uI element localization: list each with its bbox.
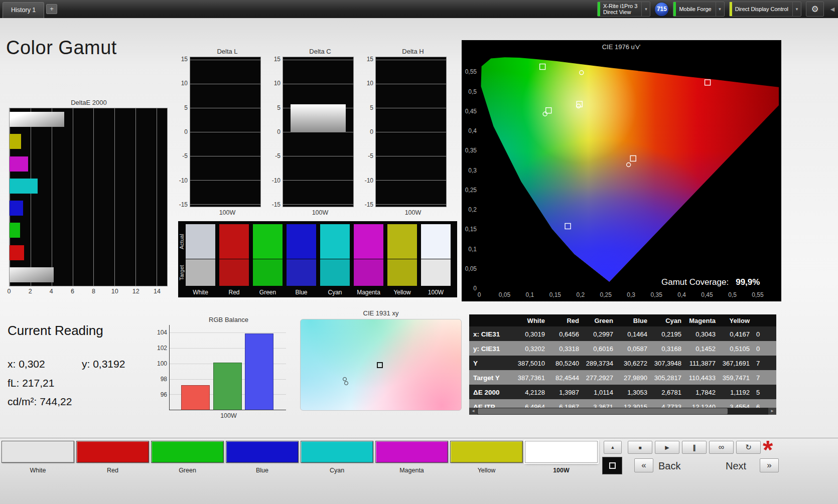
chevron-down-icon[interactable]: ▾ bbox=[716, 2, 724, 16]
meter-selector[interactable]: X-Rite i1Pro 3 Direct View ▾ bbox=[597, 2, 650, 17]
grid-line bbox=[376, 108, 446, 108]
swatch-actual-100w bbox=[421, 224, 451, 259]
swatch-label: Green bbox=[253, 289, 283, 296]
cell-value: 27,9890 bbox=[617, 370, 651, 385]
swatch-actual-red bbox=[219, 224, 249, 259]
actual-target-swatch-panel: Actual Target WhiteRedGreenBlueCyanMagen… bbox=[178, 221, 457, 297]
meter-label: X-Rite i1Pro 3 Direct View bbox=[603, 3, 641, 16]
collapse-panel-button[interactable]: ◀ bbox=[828, 6, 836, 13]
stop-button[interactable]: ■ bbox=[628, 441, 652, 454]
expand-up-button[interactable]: ▲ bbox=[604, 441, 622, 454]
cell-value: 305,2817 bbox=[651, 370, 685, 385]
x-tick-label: 0,45 bbox=[701, 291, 713, 298]
cell-value: 30,6272 bbox=[617, 356, 651, 370]
grid-line bbox=[73, 108, 73, 286]
patch-green[interactable]: Green bbox=[151, 441, 224, 474]
cell-value: 387,5010 bbox=[514, 356, 548, 370]
reading-fl: fL: 217,21 bbox=[8, 377, 54, 389]
source-selector[interactable]: Mobile Forge ▾ bbox=[673, 2, 724, 17]
cell-value: 3,4554 bbox=[719, 399, 753, 408]
next-button[interactable]: Next bbox=[726, 460, 746, 472]
column-header-partial bbox=[753, 314, 776, 326]
grid-line bbox=[376, 180, 446, 181]
swatch-column-red: Red bbox=[219, 224, 249, 296]
chevron-down-icon[interactable]: ▾ bbox=[641, 2, 650, 16]
chart-title: CIE 1931 xy bbox=[300, 309, 462, 317]
rgb-balance-chart: RGB Balance 9698100102104 100W bbox=[157, 316, 288, 419]
patch-100w[interactable]: 100W bbox=[525, 441, 598, 474]
y-tick-label: 0,15 bbox=[465, 226, 477, 233]
grid-line bbox=[283, 156, 353, 156]
cell-value: 277,2927 bbox=[583, 370, 617, 385]
column-header-blue: Blue bbox=[617, 314, 651, 326]
table-row: x: CIE310,30190,64560,29970,14640,21950,… bbox=[469, 326, 776, 341]
continuous-measure-button[interactable]: ∞ bbox=[709, 441, 734, 454]
repeat-button[interactable]: ↻ bbox=[736, 441, 761, 454]
x-tick-label: 6 bbox=[71, 288, 74, 295]
grid-line bbox=[114, 108, 115, 286]
x-tick-label: 0,25 bbox=[600, 291, 612, 298]
pattern-window-button[interactable] bbox=[602, 457, 622, 474]
meter-name: X-Rite i1Pro 3 bbox=[603, 3, 637, 10]
y-tick-label: 5 bbox=[277, 104, 281, 111]
play-button[interactable]: ▶ bbox=[655, 441, 679, 454]
grid-line bbox=[190, 156, 260, 156]
y-tick-label: 0,5 bbox=[468, 88, 477, 95]
pause-button[interactable]: ∥ bbox=[682, 441, 707, 454]
patch-blue[interactable]: Blue bbox=[226, 441, 299, 474]
gamut-coverage-value: 99,9% bbox=[736, 277, 760, 287]
table-row: ΔE ITP6,49646,18673,367112,30154,773312,… bbox=[469, 399, 776, 408]
swatch-target-yellow bbox=[387, 259, 417, 286]
grid-line bbox=[376, 156, 446, 156]
chevron-down-icon[interactable]: ▾ bbox=[792, 2, 801, 16]
cell-value: 0,0587 bbox=[617, 341, 651, 356]
meter-reading-badge: 715 bbox=[655, 3, 668, 16]
y-tick-label: 0,1 bbox=[468, 246, 477, 253]
y-tick-label: 15 bbox=[274, 56, 281, 63]
patch-white[interactable]: White bbox=[2, 441, 74, 474]
patch-label: Cyan bbox=[301, 467, 373, 474]
swatch-label: White bbox=[186, 289, 215, 296]
patch-label: Blue bbox=[226, 467, 299, 474]
tab-history-1[interactable]: History 1 bbox=[3, 2, 44, 18]
actual-row-label: Actual bbox=[179, 224, 186, 259]
scroll-left-button[interactable]: ◄ bbox=[469, 408, 477, 415]
grid-line bbox=[52, 108, 52, 286]
cie-1976-svg: CIE 1976 u'v' 00,050,10,150,20,250,30,35… bbox=[462, 40, 781, 301]
x-tick-label: 0,5 bbox=[728, 291, 737, 298]
cell-value-partial: 7 bbox=[753, 356, 776, 370]
add-tab-button[interactable]: + bbox=[46, 4, 57, 14]
y-tick-label: -10 bbox=[365, 177, 373, 184]
scrollbar-thumb[interactable] bbox=[478, 408, 728, 414]
target-row-label: Target bbox=[179, 259, 186, 286]
y-tick-label: 96 bbox=[161, 391, 167, 398]
table-row: Target Y387,736182,4544277,292727,989030… bbox=[469, 370, 776, 385]
cell-value: 4,2128 bbox=[514, 385, 548, 399]
cell-value: 0,3202 bbox=[514, 341, 548, 356]
gamut-coverage-annotation: Gamut Coverage:99,9% bbox=[661, 277, 760, 287]
next-page-button[interactable]: » bbox=[760, 458, 779, 472]
display-control-selector[interactable]: Direct Display Control ▾ bbox=[729, 2, 801, 17]
scroll-right-button[interactable]: ► bbox=[768, 408, 776, 415]
patch-yellow[interactable]: Yellow bbox=[450, 441, 523, 474]
bar-blue bbox=[245, 333, 273, 410]
row-label: Y bbox=[469, 356, 514, 370]
x-tick-labels: 00,050,10,150,20,250,30,350,40,450,50,55 bbox=[478, 291, 764, 298]
y-tick-label: -10 bbox=[272, 177, 281, 184]
table-horizontal-scrollbar[interactable]: ◄ ► bbox=[469, 408, 776, 415]
x-tick-label: 0 bbox=[478, 291, 481, 298]
y-tick-label: 0,45 bbox=[465, 108, 477, 115]
x-axis-label: 100W bbox=[284, 209, 357, 216]
pattern-bar: WhiteRedGreenBlueCyanMagentaYellow100W ▲… bbox=[0, 438, 838, 504]
patch-cyan[interactable]: Cyan bbox=[301, 441, 373, 474]
y-tick-label: -15 bbox=[365, 201, 373, 208]
bar-magenta bbox=[10, 156, 28, 172]
back-button[interactable]: Back bbox=[658, 460, 680, 472]
patch-red[interactable]: Red bbox=[76, 441, 149, 474]
cell-value-partial: 0 bbox=[753, 341, 776, 356]
previous-page-button[interactable]: « bbox=[634, 458, 653, 472]
patch-magenta[interactable]: Magenta bbox=[375, 441, 448, 474]
settings-button[interactable]: ⚙ bbox=[806, 2, 824, 17]
plot-area bbox=[190, 57, 261, 207]
page-title: Color Gamut bbox=[6, 37, 117, 59]
